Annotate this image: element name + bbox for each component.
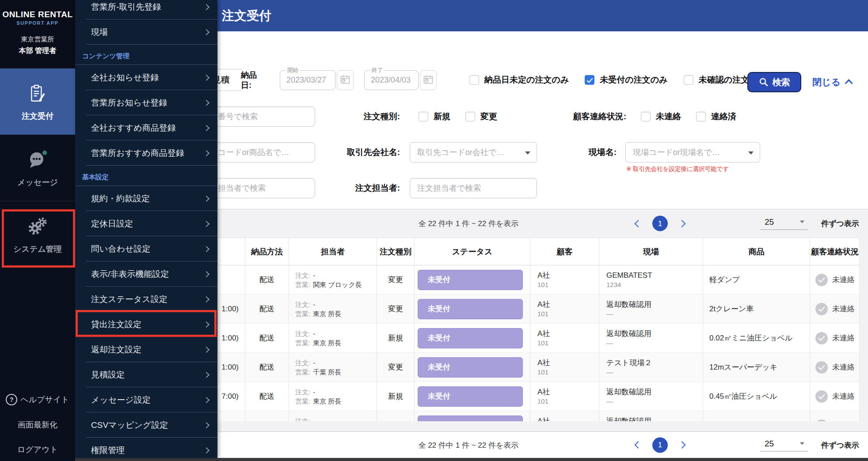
checked-checkbox[interactable] (585, 75, 594, 85)
staff-order-line: 注文:- (295, 416, 315, 422)
flyout-item-18[interactable]: 権限管理 (75, 438, 217, 458)
pagination-summary: 全 22 件中 1 件 ~ 22 件を表示 (358, 219, 579, 229)
search-button[interactable]: 検索 (747, 72, 801, 92)
flyout-item-label: 全社お知らせ登録 (91, 72, 204, 83)
checkbox[interactable] (469, 75, 479, 85)
order-staff-input[interactable]: 注文担当者で検索 (410, 178, 537, 198)
cell-contact-status: 未連絡 (810, 265, 860, 294)
next-page-button[interactable] (678, 441, 686, 449)
staff-order-label: 注文: (295, 359, 310, 367)
status-badge[interactable]: 未受付 (418, 357, 523, 378)
current-page-indicator[interactable]: 1 (652, 216, 668, 231)
staff-sales-value: 東京 所長 (313, 310, 341, 317)
site-name: 返却数確認用 (606, 416, 651, 422)
staff-order-value: - (313, 272, 315, 279)
chevron-right-icon (203, 125, 209, 131)
staff-order-value: - (313, 301, 315, 308)
prev-page-button[interactable] (635, 441, 642, 449)
gear-icon (26, 215, 49, 238)
cell-contact-status: 未連絡 (810, 353, 860, 382)
flyout-item-10[interactable]: 問い合わせ設定 (75, 236, 217, 261)
contact-option-1[interactable]: 連絡済 (696, 111, 736, 122)
customer-code: 101 (537, 368, 548, 377)
flyout-item-label: 全社おすすめ商品登録 (91, 122, 204, 134)
sidebar-item-system[interactable]: システム管理 (0, 201, 75, 268)
staff-sales-line: 営業:関東 ブロック長 (295, 280, 362, 289)
flyout-item-16[interactable]: メッセージ設定 (75, 387, 217, 412)
chevron-right-icon (203, 195, 209, 201)
flyout-item-8[interactable]: 規約・約款設定 (75, 186, 217, 211)
flyout-item-13[interactable]: 貸出注文設定 (75, 312, 217, 337)
filter-checkbox-top-0[interactable]: 納品日未定の注文のみ (469, 74, 569, 86)
chevron-right-icon (203, 4, 209, 10)
start-date-picker-button[interactable] (337, 70, 354, 90)
staff-sales-value: 東京 所長 (313, 339, 341, 347)
sidebar-item-messages[interactable]: メッセージ (0, 135, 75, 201)
status-badge[interactable]: 未受付 (418, 270, 523, 290)
contact-check-icon (815, 390, 828, 403)
sidebar-footer-item-0[interactable]: ?ヘルプサイト (6, 394, 69, 405)
sidebar-footer-label: ヘルプサイト (20, 394, 69, 405)
page-size-select[interactable]: 25 (760, 438, 808, 451)
sidebar-item-orders[interactable]: 注文受付 (0, 68, 75, 135)
order-type-option-0[interactable]: 新規 (419, 111, 450, 122)
order-type-checkboxes: 新規変更 (419, 106, 497, 127)
end-date-picker-button[interactable] (420, 70, 437, 90)
status-badge[interactable]: 未受付 (418, 328, 523, 348)
flyout-item-5[interactable]: 全社おすすめ商品登録 (75, 115, 217, 140)
customer-code: 101 (537, 339, 548, 348)
client-company-select[interactable]: 取引先コードor会社で… (410, 142, 537, 162)
flyout-item-6[interactable]: 営業所おすすめ商品登録 (75, 140, 217, 166)
flyout-item-9[interactable]: 定休日設定 (75, 211, 217, 236)
contact-option-0[interactable]: 未連絡 (641, 111, 681, 122)
flyout-item-4[interactable]: 営業所お知らせ登録 (75, 90, 217, 115)
close-filter-button[interactable]: 閉じる (812, 76, 852, 88)
flyout-item-label: 見積設定 (91, 369, 204, 381)
status-badge[interactable]: 未受付 (418, 299, 523, 319)
next-page-button[interactable] (678, 220, 686, 227)
status-badge[interactable]: 未受付 (418, 386, 523, 407)
flyout-item-11[interactable]: 表示/非表示機能設定 (75, 261, 217, 287)
flyout-item-15[interactable]: 見積設定 (75, 362, 217, 387)
filter-checkbox-top-1-label: 未受付の注文のみ (600, 74, 667, 86)
contact-option-0-label: 未連絡 (656, 111, 681, 122)
cell-customer: A社101 (530, 295, 599, 323)
start-date-field[interactable]: 開始 2023/03/27 (280, 70, 335, 90)
page-size-select[interactable]: 25 (760, 217, 808, 230)
cell-staff: 注文:-営業:東京 所長 (289, 324, 377, 352)
order-icon (26, 82, 49, 105)
flyout-item-12[interactable]: 注文ステータス設定 (75, 287, 217, 312)
staff-sales-label: 営業: (295, 339, 310, 347)
checkbox[interactable] (684, 75, 693, 85)
order-type-option-1[interactable]: 変更 (465, 111, 497, 122)
prev-page-button[interactable] (635, 220, 642, 227)
flyout-item-14[interactable]: 返却注文設定 (75, 337, 217, 362)
flyout-item-label: 権限管理 (91, 445, 204, 456)
flyout-item-1[interactable]: 現場 (75, 19, 217, 45)
staff-sales-label: 営業: (295, 310, 310, 317)
staff-order-line: 注文:- (295, 329, 315, 338)
site-sub: — (606, 368, 613, 377)
current-page-indicator[interactable]: 1 (652, 437, 668, 453)
customer-name: A社 (537, 271, 550, 280)
flyout-item-17[interactable]: CSVマッピング設定 (75, 412, 217, 438)
sidebar-footer-item-1[interactable]: 画面最新化 (18, 419, 57, 430)
staff-sales-line: 営業:千葉 所長 (295, 367, 341, 377)
flyout-item-0[interactable]: 営業所-取引先登録 (75, 0, 217, 19)
sidebar-item-label: システム管理 (13, 244, 62, 254)
checkbox[interactable] (641, 112, 651, 121)
sidebar-footer-item-2[interactable]: ログアウト (17, 444, 58, 455)
close-button-label: 閉じる (812, 76, 841, 88)
status-badge[interactable]: 未受付 (418, 416, 523, 422)
site-name-select[interactable]: 現場コードor現場名で… (625, 142, 760, 162)
end-date-field[interactable]: 終了 2023/04/03 (364, 70, 419, 90)
cell-staff: 注文:-営業:東京 所長 (289, 295, 377, 323)
checkbox[interactable] (419, 112, 428, 121)
checkbox[interactable] (465, 112, 475, 121)
flyout-item-3[interactable]: 全社お知らせ登録 (75, 65, 217, 90)
cell-order-type: 新規 (377, 411, 415, 421)
cell-contact-status: 未連絡 (810, 382, 860, 411)
filter-checkbox-top-1[interactable]: 未受付の注文のみ (585, 74, 667, 86)
contact-status-checkboxes: 未連絡連絡済 (641, 106, 736, 127)
checkbox[interactable] (696, 112, 706, 121)
